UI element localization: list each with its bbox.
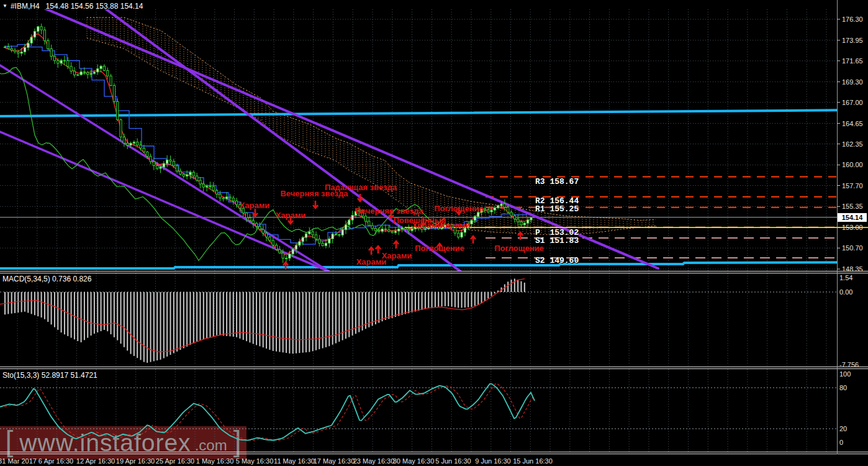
candle-bear [364,216,366,221]
up-arrow-marker[interactable] [394,241,399,249]
candle-bull [497,206,499,208]
candle-bear [520,222,522,225]
candle-bear [454,227,456,233]
candle-bear [183,174,184,176]
candle-bear [117,101,119,119]
candle-bear [513,216,515,219]
candle-bear [47,40,49,48]
candle-bull [100,66,102,69]
candle-bear [196,176,198,180]
candle-bull [302,237,304,242]
cyan-resistance-line[interactable] [0,110,868,116]
candle-bear [14,50,16,52]
candle-bear [216,190,218,194]
candle-bear [57,61,59,63]
candle-bear [252,221,254,224]
candle-bull [206,186,208,188]
up-arrow-marker[interactable] [471,236,476,244]
chart-canvas[interactable] [0,0,868,466]
candle-bear [67,61,69,66]
candle-bull [130,144,132,145]
candle-bull [474,216,476,220]
candle-bear [319,239,320,244]
cyan-support-line[interactable] [0,262,868,268]
candle-bull [77,75,79,75]
candle-bear [11,48,12,50]
candle-bear [388,230,390,232]
candle-bear [150,157,151,162]
candle-bull [289,254,291,258]
candle-bear [147,152,148,157]
candle-bull [523,223,525,225]
candle-bull [24,47,25,52]
candle-bear [265,233,267,237]
down-arrow-marker[interactable] [456,207,461,214]
candle-bull [444,226,446,227]
candle-bear [504,204,505,207]
main-panel[interactable] [0,0,868,272]
candle-bear [487,210,489,212]
candle-bear [315,235,317,239]
candle-bull [351,215,353,220]
mt4-chart-window: [ www.instaforex .com ] ▼#IBM,H4 154.48 … [0,0,868,466]
candle-bear [322,244,323,246]
candle-bear [338,235,340,235]
candle-bear [507,207,509,212]
candle-bull [80,72,82,75]
sto-main-line [0,384,535,441]
candle-bull [381,229,383,232]
up-arrow-marker[interactable] [376,246,381,254]
candle-bear [153,162,155,165]
candle-bull [34,31,35,37]
candle-bear [279,249,281,253]
candle-bull [93,72,95,73]
up-arrow-marker[interactable] [369,247,374,255]
candle-bear [179,171,181,174]
candle-bull [461,232,463,237]
candle-bull [401,228,403,229]
candle-bear [137,142,138,145]
sto-panel[interactable] [0,369,837,452]
up-arrow-marker[interactable] [518,232,523,240]
sto-signal-line [0,384,535,441]
candle-bear [127,144,129,145]
purple-3-trendline[interactable] [0,65,329,272]
candle-bull [285,258,287,259]
candle-bear [43,30,45,40]
candle-bear [219,194,221,198]
macd-signal-line [0,279,525,352]
candle-bear [408,229,410,231]
candle-bull [348,220,350,225]
candle-bear [176,166,178,171]
down-arrow-marker[interactable] [421,218,426,226]
candle-bear [239,204,241,208]
candle-bear [199,180,201,184]
candle-bear [170,160,171,161]
candle-bear [50,48,52,56]
candle-bear [242,208,244,213]
candle-bear [374,229,376,231]
kijun-sen-line [5,45,527,244]
candle-bull [292,249,294,254]
macd-panel[interactable] [0,273,837,367]
candle-bear [110,76,112,85]
candle-bull [4,47,6,48]
up-arrow-marker[interactable] [437,244,442,251]
candle-bear [361,210,363,216]
candle-bear [259,226,261,229]
candle-bear [484,209,486,210]
candle-bull [491,210,492,212]
candle-bull [160,167,161,168]
candle-bull [341,230,343,235]
candle-bear [510,212,512,216]
down-arrow-marker[interactable] [313,201,318,208]
candle-bear [262,229,264,233]
candle-bull [394,231,396,232]
candle-bear [391,231,393,232]
candle-bull [37,27,39,32]
candle-bull [494,208,495,211]
candle-bull [325,243,327,245]
senkou-a-line [87,17,656,221]
candle-bull [471,221,472,224]
candle-bear [17,52,19,53]
